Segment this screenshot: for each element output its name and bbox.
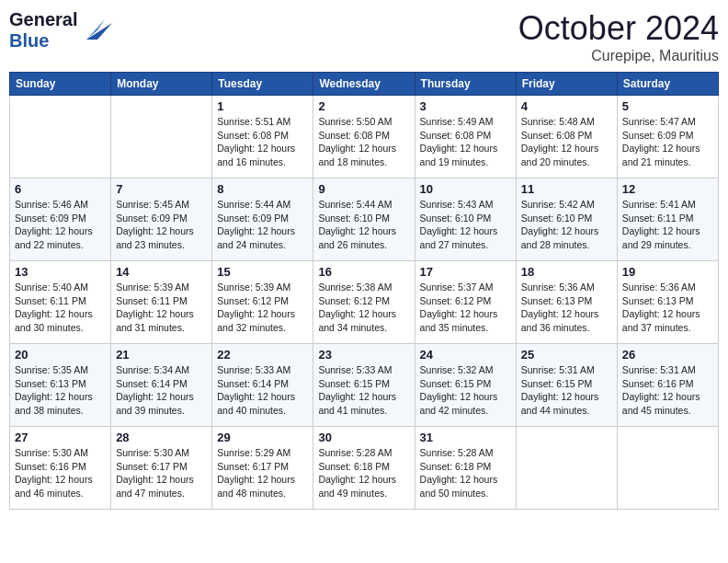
cell-info: Sunrise: 5:28 AMSunset: 6:18 PMDaylight:…: [318, 446, 409, 500]
calendar-cell: 27Sunrise: 5:30 AMSunset: 6:16 PMDayligh…: [10, 427, 111, 510]
cell-info: Sunrise: 5:45 AMSunset: 6:09 PMDaylight:…: [116, 198, 207, 252]
cell-info: Sunrise: 5:50 AMSunset: 6:08 PMDaylight:…: [318, 115, 409, 169]
calendar-cell: 15Sunrise: 5:39 AMSunset: 6:12 PMDayligh…: [212, 261, 313, 344]
day-number: 6: [15, 182, 106, 196]
calendar-cell: 21Sunrise: 5:34 AMSunset: 6:14 PMDayligh…: [111, 344, 212, 427]
calendar-cell: [617, 427, 718, 510]
calendar-cell: 4Sunrise: 5:48 AMSunset: 6:08 PMDaylight…: [516, 96, 617, 178]
location: Curepipe, Mauritius: [518, 48, 719, 64]
col-header-friday: Friday: [516, 73, 617, 96]
day-number: 17: [420, 265, 511, 279]
day-number: 1: [217, 99, 308, 113]
day-number: 30: [318, 431, 409, 444]
day-number: 18: [521, 265, 612, 279]
calendar-cell: 14Sunrise: 5:39 AMSunset: 6:11 PMDayligh…: [111, 261, 212, 344]
month-title: October 2024: [518, 9, 719, 48]
calendar-cell: 26Sunrise: 5:31 AMSunset: 6:16 PMDayligh…: [617, 344, 718, 427]
day-number: 27: [15, 431, 106, 444]
cell-info: Sunrise: 5:47 AMSunset: 6:09 PMDaylight:…: [622, 115, 713, 169]
calendar-cell: 17Sunrise: 5:37 AMSunset: 6:12 PMDayligh…: [415, 261, 516, 344]
cell-info: Sunrise: 5:39 AMSunset: 6:12 PMDaylight:…: [217, 281, 308, 335]
logo: General Blue: [9, 9, 112, 52]
day-number: 26: [622, 348, 713, 362]
day-number: 8: [217, 182, 308, 196]
col-header-tuesday: Tuesday: [212, 73, 313, 96]
day-number: 25: [521, 348, 612, 362]
calendar-cell: 22Sunrise: 5:33 AMSunset: 6:14 PMDayligh…: [212, 344, 313, 427]
week-row-1: 1Sunrise: 5:51 AMSunset: 6:08 PMDaylight…: [10, 96, 719, 178]
cell-info: Sunrise: 5:44 AMSunset: 6:10 PMDaylight:…: [318, 198, 409, 252]
calendar-cell: 3Sunrise: 5:49 AMSunset: 6:08 PMDaylight…: [415, 96, 516, 178]
cell-info: Sunrise: 5:31 AMSunset: 6:15 PMDaylight:…: [521, 363, 612, 418]
cell-info: Sunrise: 5:38 AMSunset: 6:12 PMDaylight:…: [318, 281, 409, 335]
day-number: 20: [15, 348, 106, 362]
calendar-cell: 2Sunrise: 5:50 AMSunset: 6:08 PMDaylight…: [313, 96, 415, 178]
calendar-cell: 6Sunrise: 5:46 AMSunset: 6:09 PMDaylight…: [10, 178, 111, 261]
col-header-saturday: Saturday: [617, 73, 718, 96]
calendar-cell: 11Sunrise: 5:42 AMSunset: 6:10 PMDayligh…: [516, 178, 617, 261]
calendar-cell: [111, 96, 212, 178]
logo-general: General: [9, 9, 77, 30]
week-row-5: 27Sunrise: 5:30 AMSunset: 6:16 PMDayligh…: [10, 427, 719, 510]
day-number: 28: [116, 431, 207, 444]
calendar-cell: 30Sunrise: 5:28 AMSunset: 6:18 PMDayligh…: [313, 427, 415, 510]
calendar-table: SundayMondayTuesdayWednesdayThursdayFrid…: [9, 72, 719, 510]
day-number: 29: [217, 431, 308, 444]
day-number: 9: [318, 182, 409, 196]
cell-info: Sunrise: 5:49 AMSunset: 6:08 PMDaylight:…: [420, 115, 511, 169]
week-row-4: 20Sunrise: 5:35 AMSunset: 6:13 PMDayligh…: [10, 344, 719, 427]
calendar-cell: [516, 427, 617, 510]
cell-info: Sunrise: 5:30 AMSunset: 6:16 PMDaylight:…: [15, 446, 106, 500]
day-number: 4: [521, 99, 612, 113]
page-header: General Blue October 2024 Curepipe, Maur…: [9, 9, 719, 64]
day-number: 23: [318, 348, 409, 362]
week-row-2: 6Sunrise: 5:46 AMSunset: 6:09 PMDaylight…: [10, 178, 719, 261]
calendar-cell: 8Sunrise: 5:44 AMSunset: 6:09 PMDaylight…: [212, 178, 313, 261]
cell-info: Sunrise: 5:33 AMSunset: 6:15 PMDaylight:…: [318, 363, 409, 418]
cell-info: Sunrise: 5:35 AMSunset: 6:13 PMDaylight:…: [15, 363, 106, 418]
calendar-cell: 20Sunrise: 5:35 AMSunset: 6:13 PMDayligh…: [10, 344, 111, 427]
header-row: SundayMondayTuesdayWednesdayThursdayFrid…: [10, 73, 719, 96]
calendar-cell: 31Sunrise: 5:28 AMSunset: 6:18 PMDayligh…: [415, 427, 516, 510]
calendar-cell: 25Sunrise: 5:31 AMSunset: 6:15 PMDayligh…: [516, 344, 617, 427]
cell-info: Sunrise: 5:28 AMSunset: 6:18 PMDaylight:…: [420, 446, 511, 500]
calendar-cell: 13Sunrise: 5:40 AMSunset: 6:11 PMDayligh…: [10, 261, 111, 344]
logo-blue: Blue: [9, 30, 77, 52]
cell-info: Sunrise: 5:39 AMSunset: 6:11 PMDaylight:…: [116, 281, 207, 335]
calendar-cell: 5Sunrise: 5:47 AMSunset: 6:09 PMDaylight…: [617, 96, 718, 178]
week-row-3: 13Sunrise: 5:40 AMSunset: 6:11 PMDayligh…: [10, 261, 719, 344]
day-number: 14: [116, 265, 207, 279]
calendar-cell: 19Sunrise: 5:36 AMSunset: 6:13 PMDayligh…: [617, 261, 718, 344]
cell-info: Sunrise: 5:32 AMSunset: 6:15 PMDaylight:…: [420, 363, 511, 418]
calendar-cell: 24Sunrise: 5:32 AMSunset: 6:15 PMDayligh…: [415, 344, 516, 427]
cell-info: Sunrise: 5:33 AMSunset: 6:14 PMDaylight:…: [217, 363, 308, 418]
cell-info: Sunrise: 5:41 AMSunset: 6:11 PMDaylight:…: [622, 198, 713, 252]
calendar-cell: 12Sunrise: 5:41 AMSunset: 6:11 PMDayligh…: [617, 178, 718, 261]
cell-info: Sunrise: 5:34 AMSunset: 6:14 PMDaylight:…: [116, 363, 207, 418]
col-header-thursday: Thursday: [415, 73, 516, 96]
cell-info: Sunrise: 5:51 AMSunset: 6:08 PMDaylight:…: [217, 115, 308, 169]
day-number: 5: [622, 99, 713, 113]
cell-info: Sunrise: 5:44 AMSunset: 6:09 PMDaylight:…: [217, 198, 308, 252]
cell-info: Sunrise: 5:30 AMSunset: 6:17 PMDaylight:…: [116, 446, 207, 500]
calendar-cell: 10Sunrise: 5:43 AMSunset: 6:10 PMDayligh…: [415, 178, 516, 261]
calendar-cell: 9Sunrise: 5:44 AMSunset: 6:10 PMDaylight…: [313, 178, 415, 261]
calendar-cell: 16Sunrise: 5:38 AMSunset: 6:12 PMDayligh…: [313, 261, 415, 344]
calendar-cell: 29Sunrise: 5:29 AMSunset: 6:17 PMDayligh…: [212, 427, 313, 510]
cell-info: Sunrise: 5:43 AMSunset: 6:10 PMDaylight:…: [420, 198, 511, 252]
cell-info: Sunrise: 5:36 AMSunset: 6:13 PMDaylight:…: [622, 281, 713, 335]
day-number: 3: [420, 99, 511, 113]
day-number: 12: [622, 182, 713, 196]
col-header-wednesday: Wednesday: [313, 73, 415, 96]
calendar-cell: 7Sunrise: 5:45 AMSunset: 6:09 PMDaylight…: [111, 178, 212, 261]
logo-wing-icon: [79, 14, 112, 47]
cell-info: Sunrise: 5:36 AMSunset: 6:13 PMDaylight:…: [521, 281, 612, 335]
day-number: 22: [217, 348, 308, 362]
day-number: 13: [15, 265, 106, 279]
calendar-cell: [10, 96, 111, 178]
day-number: 24: [420, 348, 511, 362]
day-number: 7: [116, 182, 207, 196]
day-number: 21: [116, 348, 207, 362]
cell-info: Sunrise: 5:48 AMSunset: 6:08 PMDaylight:…: [521, 115, 612, 169]
cell-info: Sunrise: 5:37 AMSunset: 6:12 PMDaylight:…: [420, 281, 511, 335]
